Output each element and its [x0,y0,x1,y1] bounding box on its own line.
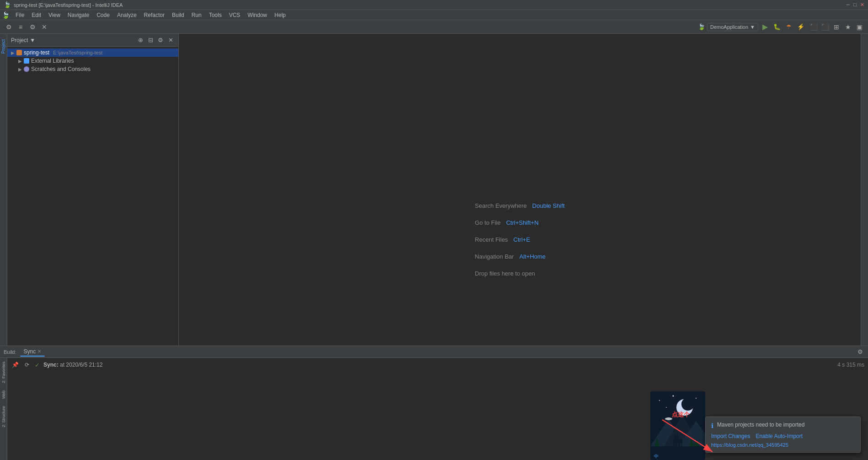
stop-button[interactable]: ⬛ [820,22,830,32]
go-to-file-label: Go to File [475,219,500,226]
notification-header: ℹ Maven projects need to be imported [711,422,855,429]
sync-duration: 4 s 315 ms [837,362,864,368]
bookmark-button[interactable]: ★ [843,22,853,32]
menu-vcs[interactable]: VCS [226,11,244,19]
bottom-left-strip: 2: Favorites Web 2: Structure [0,358,7,460]
notification-info-icon: ℹ [711,422,713,429]
shortcut-go-to-file: Go to File Ctrl+Shift+N [475,219,564,226]
sidebar-item-project[interactable]: Project [0,36,7,57]
tree-ext-lib-label: External Libraries [31,58,74,64]
shortcut-navigation-bar: Navigation Bar Alt+Home [475,253,564,260]
coverage-button[interactable]: ☂ [784,22,794,32]
tree-root-name: spring-test [24,49,49,56]
module-icon [16,50,22,55]
settings-button[interactable]: ⚙ [156,36,165,44]
toolbar-extra-buttons: ⬛ ⬛ ⊞ ★ ▣ [809,22,864,32]
drop-files-row: Drop files here to open [475,270,564,277]
hide-panel-button[interactable]: ✕ [166,36,175,44]
debug-button[interactable]: 🐛 [772,22,782,32]
menu-run[interactable]: Run [188,11,205,19]
run-configuration[interactable]: DemoApplication ▼ [707,23,758,31]
toolbar-gear-icon[interactable]: ⚙ [27,22,38,32]
project-actions: ⊕ ⊟ ⚙ ✕ [136,36,175,44]
title-left: 🍃 spring-test [E:\javaTest\spring-test] … [4,1,123,8]
sidebar-item-favorites[interactable]: 2: Favorites [0,358,7,387]
notification-popup: ℹ Maven projects need to be imported Imp… [705,417,861,453]
collapse-all-button[interactable]: ⊟ [146,36,155,44]
menu-file[interactable]: File [12,11,27,19]
sync-tab[interactable]: Sync ✕ [20,347,45,357]
toolbar-right: 🍃 DemoApplication ▼ ▶ 🐛 ☂ ⚡ ⬛ ⬛ ⊞ ★ ▣ [698,22,864,32]
run-config-label: DemoApplication [710,24,748,30]
navigation-bar-key: Alt+Home [520,253,546,260]
menu-view[interactable]: View [45,11,64,19]
drop-files-text: Drop files here to open [475,270,535,277]
scratch-icon [24,66,29,72]
notification-message: Maven projects need to be imported [717,422,855,428]
build-menu-icon[interactable]: ⬛ [809,22,819,32]
enable-auto-import-button[interactable]: Enable Auto-Import [755,433,803,439]
build-row: 📌 ⟳ ✓ Sync: at 2020/6/5 21:12 4 s 315 ms [11,361,864,369]
layout-button[interactable]: ⊞ [831,22,841,32]
menu-refactor[interactable]: Refactor [141,11,168,19]
toolbar-close-icon[interactable]: ✕ [39,22,49,32]
run-button[interactable]: ▶ [760,22,770,32]
tree-item-root[interactable]: ▶ spring-test E:\javaTest\spring-test [7,49,178,57]
toolbar-settings-icon[interactable]: ⚙ [4,22,14,32]
tree-item-external-libraries[interactable]: ▶ External Libraries [7,57,178,65]
menu-bar: 🍃 File Edit View Navigate Code Analyze R… [0,10,868,20]
menu-navigate[interactable]: Navigate [64,11,92,19]
close-button[interactable]: ✕ [860,2,864,8]
bottom-toolbar: Build: Sync ✕ ⚙ [0,346,868,358]
sync-tab-close[interactable]: ✕ [38,349,41,354]
recent-files-label: Recent Files [475,236,508,243]
search-everywhere-label: Search Everywhere [475,202,526,209]
bottom-tabs: Build: Sync ✕ [4,347,45,357]
tree-ext-expand-icon: ▶ [18,59,22,64]
shortcut-search-everywhere: Search Everywhere Double Shift [475,202,564,209]
window-title: spring-test [E:\javaTest\spring-test] - … [14,2,123,8]
menu-help[interactable]: Help [271,11,289,19]
welcome-content: Search Everywhere Double Shift Go to Fil… [475,202,564,277]
run-config-dropdown-icon: ▼ [750,24,755,30]
sidebar-item-structure[interactable]: 2: Structure [0,402,7,431]
sync-tab-label: Sync [24,348,36,355]
minimize-button[interactable]: ─ [847,2,850,8]
menu-code[interactable]: Code [93,11,113,19]
notification-actions: Import Changes Enable Auto-Import [711,433,855,439]
pin-button[interactable]: 📌 [11,361,19,369]
window-controls: ─ □ ✕ [847,2,864,8]
project-title[interactable]: Project ▼ [11,37,35,43]
maximize-button[interactable]: □ [853,2,857,8]
locate-file-button[interactable]: ⊕ [136,36,145,44]
recent-files-key: Ctrl+E [514,236,530,243]
navigation-bar-label: Navigation Bar [475,253,514,260]
menu-tools[interactable]: Tools [206,11,225,19]
spring-logo-icon: 🍃 [698,23,705,30]
project-label: Project [11,37,28,43]
scroll-button[interactable]: ⟳ [23,361,31,369]
menu-window[interactable]: Window [244,11,270,19]
menu-edit[interactable]: Edit [28,11,44,19]
import-changes-button[interactable]: Import Changes [711,433,750,439]
sidebar-item-web[interactable]: Web [0,387,7,402]
toolbar: ⚙ ≡ ⚙ ✕ 🍃 DemoApplication ▼ ▶ 🐛 ☂ ⚡ ⬛ ⬛ … [0,20,868,34]
toolbar-left: ⚙ ≡ ⚙ ✕ [4,22,49,32]
search-everywhere-key: Double Shift [532,202,565,209]
build-label: Build: [4,349,16,355]
title-bar: 🍃 spring-test [E:\javaTest\spring-test] … [0,0,868,10]
bottom-settings-icon[interactable]: ⚙ [856,348,864,356]
tree-scratch-label: Scratches and Consoles [31,66,91,72]
profile-button[interactable]: ⚡ [796,22,806,32]
sync-success-icon: ✓ [35,362,40,368]
sync-status-label: Sync: [43,362,59,368]
ext-lib-icon [24,58,29,64]
terminal-button[interactable]: ▣ [854,22,864,32]
toolbar-collapse-icon[interactable]: ≡ [16,22,26,32]
tree-expand-icon: ▶ [11,50,15,55]
tree-item-scratches[interactable]: ▶ Scratches and Consoles [7,65,178,73]
sync-status-text: Sync: at 2020/6/5 21:12 [43,362,102,368]
notification-url[interactable]: https://blog.csdn.net/qq_34595425 [711,442,855,448]
menu-build[interactable]: Build [169,11,188,19]
menu-analyze[interactable]: Analyze [114,11,140,19]
